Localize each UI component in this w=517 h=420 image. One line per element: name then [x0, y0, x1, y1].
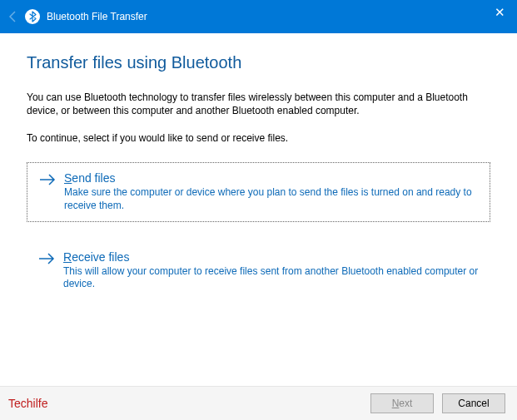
footer-buttons: Next Cancel: [370, 393, 505, 413]
next-button: Next: [370, 393, 434, 413]
arrow-right-icon: [38, 252, 55, 268]
instruction-text: To continue, select if you would like to…: [27, 132, 490, 144]
page-heading: Transfer files using Bluetooth: [27, 53, 490, 72]
content-area: Transfer files using Bluetooth You can u…: [0, 33, 517, 299]
window-title: Bluetooth File Transfer: [47, 11, 147, 22]
option-receive-title: Receive files: [63, 250, 479, 264]
option-send-files[interactable]: Send files Make sure the computer or dev…: [27, 162, 490, 221]
option-receive-files[interactable]: Receive files This will allow your compu…: [27, 242, 490, 299]
intro-text: You can use Bluetooth technology to tran…: [27, 91, 490, 117]
option-send-body: Send files Make sure the computer or dev…: [64, 171, 478, 212]
bluetooth-icon: [25, 9, 40, 24]
close-button[interactable]: ✕: [495, 5, 505, 20]
back-icon: [0, 10, 25, 23]
option-send-desc: Make sure the computer or device where y…: [64, 186, 478, 212]
footer: Techilfe Next Cancel: [0, 386, 517, 420]
option-receive-desc: This will allow your computer to receive…: [63, 265, 479, 291]
option-send-title: Send files: [64, 171, 478, 185]
bluetooth-file-transfer-window: Bluetooth File Transfer ✕ Transfer files…: [0, 0, 517, 420]
titlebar: Bluetooth File Transfer ✕: [0, 0, 517, 33]
option-receive-body: Receive files This will allow your compu…: [63, 250, 479, 291]
cancel-button[interactable]: Cancel: [442, 393, 505, 413]
arrow-right-icon: [39, 173, 56, 189]
watermark-text: Techilfe: [8, 397, 47, 410]
